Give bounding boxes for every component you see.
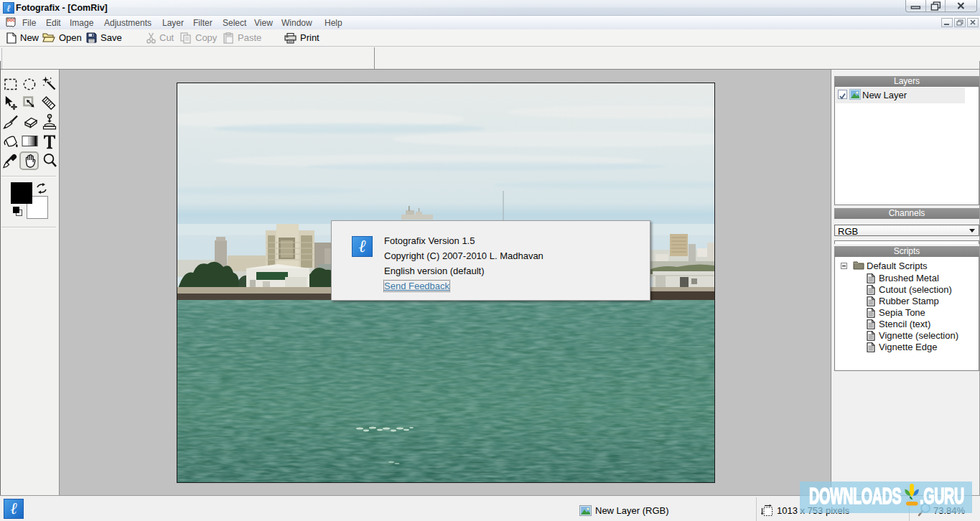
svg-text:DOC: DOC (7, 18, 16, 22)
